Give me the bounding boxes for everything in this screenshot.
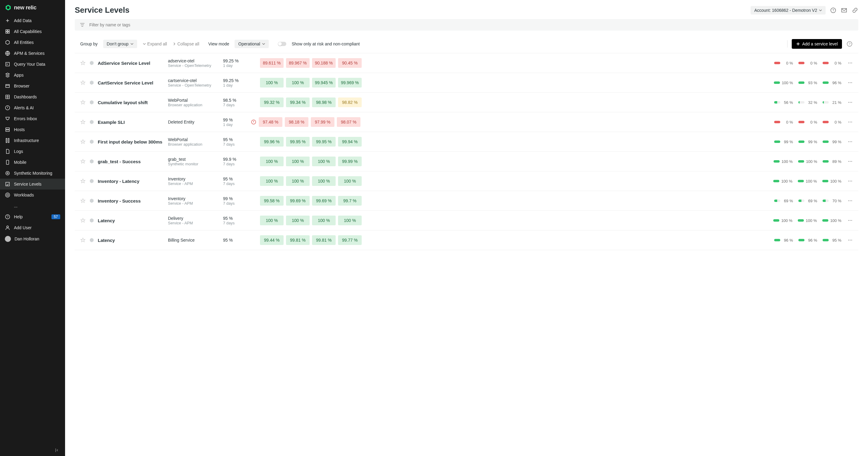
budget-pill: 0 % (823, 120, 841, 124)
sidebar-item-synthetic-monitoring[interactable]: Synthetic Monitoring (0, 168, 65, 179)
more-icon[interactable] (847, 159, 853, 164)
star-icon[interactable] (80, 198, 86, 204)
filter-bar (75, 19, 858, 31)
star-icon[interactable] (80, 60, 86, 66)
entity-cell: InventoryService - APM (168, 196, 219, 206)
more-icon[interactable] (847, 218, 853, 223)
sli-name[interactable]: Latency (98, 238, 164, 243)
hex-icon (89, 139, 94, 144)
sidebar-item-add-user[interactable]: Add User (0, 222, 65, 233)
star-icon[interactable] (80, 218, 86, 223)
svg-point-32 (851, 82, 852, 83)
mail-icon[interactable] (841, 7, 847, 13)
star-icon[interactable] (80, 80, 86, 85)
sidebar-item-logs[interactable]: Logs (0, 146, 65, 157)
sli-name[interactable]: Inventory - Success (98, 198, 164, 204)
account-selector[interactable]: Account: 1606862 - Demotron V2 (751, 6, 826, 14)
table-row: AdService Service Leveladservice-otelSer… (75, 53, 858, 73)
sli-name[interactable]: Example SLI (98, 120, 164, 125)
compliance-cell: 98.18 % (285, 117, 308, 127)
star-icon[interactable] (80, 237, 86, 243)
star-icon[interactable] (80, 119, 86, 125)
sli-name[interactable]: Cumulative layout shift (98, 100, 164, 105)
sidebar-item-query-your-data[interactable]: Query Your Data (0, 59, 65, 70)
table-row: LatencyDeliveryService - APM95 %7 days10… (75, 211, 858, 231)
sidebar-item-errors-inbox[interactable]: Errors Inbox (0, 113, 65, 124)
group-by-select[interactable]: Don't group (103, 40, 137, 48)
more-icon[interactable] (847, 60, 853, 66)
sidebar-item-label: All Entities (14, 40, 34, 45)
target-cell: 95 %7 days (223, 137, 247, 147)
svg-point-27 (848, 63, 849, 64)
show-only-risk-toggle[interactable] (278, 42, 286, 46)
user-icon (5, 225, 10, 231)
sidebar-item--[interactable]: ... (0, 201, 65, 211)
sidebar-item-label: Help (14, 214, 23, 219)
add-service-level-button[interactable]: Add a service level (792, 39, 842, 49)
more-icon[interactable] (847, 198, 853, 204)
service-level-table: AdService Service Leveladservice-otelSer… (75, 53, 858, 456)
sidebar-item-hosts[interactable]: Hosts (0, 124, 65, 135)
sli-name[interactable]: grab_test - Success (98, 159, 164, 164)
toolbar-help-icon[interactable]: ? (846, 40, 853, 47)
sli-name[interactable]: CartService Service Level (98, 80, 164, 85)
sidebar-item-service-levels[interactable]: Service Levels (0, 179, 65, 189)
sidebar-item-infrastructure[interactable]: Infrastructure (0, 135, 65, 146)
grid-icon (5, 29, 10, 34)
logo-icon (5, 4, 11, 11)
star-icon[interactable] (80, 178, 86, 184)
svg-point-53 (850, 220, 851, 221)
filter-input[interactable] (89, 22, 854, 27)
sidebar-item-all-capabilities[interactable]: All Capabilities (0, 26, 65, 37)
star-icon[interactable] (80, 159, 86, 164)
more-icon[interactable] (847, 80, 853, 85)
help-icon[interactable]: ? (830, 7, 837, 13)
sidebar-item-add-data[interactable]: Add Data (0, 15, 65, 26)
sidebar-item-workloads[interactable]: Workloads (0, 189, 65, 201)
more-icon[interactable] (847, 139, 853, 145)
hex-icon (89, 80, 94, 85)
more-icon[interactable] (847, 100, 853, 105)
sidebar-item-apm-services[interactable]: APM & Services (0, 48, 65, 59)
collapse-all-button[interactable]: Collapse all (173, 41, 199, 46)
more-icon[interactable] (847, 178, 853, 184)
sidebar-item-apps[interactable]: Apps (0, 70, 65, 81)
chevron-right-icon (173, 42, 176, 46)
star-icon[interactable] (80, 100, 86, 105)
logo[interactable]: new relic (0, 0, 65, 15)
expand-all-button[interactable]: Expand all (143, 41, 167, 46)
sli-name[interactable]: Latency (98, 218, 164, 223)
sli-name[interactable]: First input delay below 300ms (98, 139, 164, 145)
budget-pill: 99 % (798, 140, 817, 144)
budget-pill: 69 % (798, 199, 817, 203)
target-cell: 99.25 %1 day (223, 58, 247, 68)
star-icon[interactable] (80, 139, 86, 145)
sidebar-item-dan-holloran[interactable]: Dan Holloran (0, 233, 65, 245)
badge: 57 (52, 214, 60, 219)
sli-name[interactable]: AdService Service Level (98, 61, 164, 66)
budget-pill: 0 % (798, 120, 817, 124)
view-mode-select[interactable]: Operational (235, 40, 269, 48)
svg-rect-9 (6, 128, 9, 129)
sidebar-item-all-entities[interactable]: All Entities (0, 37, 65, 48)
sidebar-item-browser[interactable]: Browser (0, 81, 65, 91)
svg-point-14 (6, 171, 9, 175)
compliance-cell: 98.98 % (312, 97, 336, 107)
svg-point-47 (850, 181, 851, 182)
sidebar-item-label: APM & Services (14, 51, 44, 56)
sidebar-item-dashboards[interactable]: Dashboards (0, 91, 65, 102)
sli-name[interactable]: Inventory - Latency (98, 179, 164, 184)
entity-cell: WebPortalBrowser application (168, 137, 219, 147)
more-icon[interactable] (847, 119, 853, 125)
sidebar-item-help[interactable]: ?Help57 (0, 211, 65, 222)
budget-pill: 70 % (823, 199, 841, 203)
link-icon[interactable] (851, 7, 858, 13)
mobile-icon (5, 159, 10, 165)
sidebar-item-mobile[interactable]: Mobile (0, 157, 65, 168)
more-icon[interactable] (847, 237, 853, 243)
svg-point-34 (850, 102, 851, 103)
svg-text:?: ? (7, 215, 8, 219)
sidebar-item-alerts-ai[interactable]: Alerts & AI (0, 102, 65, 113)
collapse-sidebar-icon[interactable] (54, 447, 60, 454)
sidebar-item-label: Apps (14, 73, 24, 78)
